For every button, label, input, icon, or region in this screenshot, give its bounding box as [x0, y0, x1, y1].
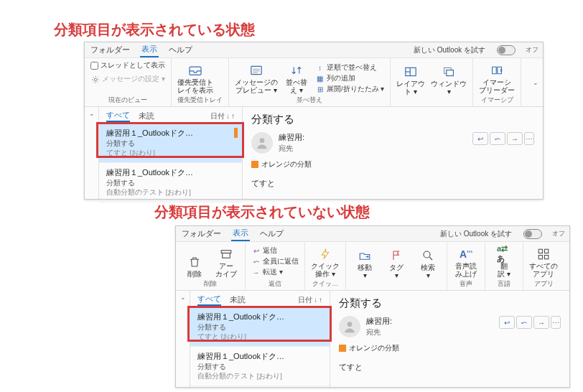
search-label: 検索 ▾	[421, 264, 435, 279]
reverse-icon: ↕	[315, 63, 325, 73]
message-title: 練習用１_Outlookドク…	[197, 351, 322, 362]
more-actions-button[interactable]: ⋯	[524, 132, 534, 145]
ribbon-group-reply: 返信	[251, 279, 299, 289]
tag-label: タグ ▾	[389, 264, 404, 279]
message-preview-button[interactable]: メッセージの プレビュー ▾	[235, 63, 278, 94]
message-item-2[interactable]: 練習用１_Outlookドク… 分類する 自動分類のテスト [おわり]	[190, 347, 330, 386]
category-chip[interactable]: オレンジの分類	[339, 343, 561, 353]
reply-label: 返信	[263, 246, 277, 256]
ribbon-group-audio: 音声	[453, 279, 479, 289]
more-actions-button[interactable]: ⋯	[551, 316, 561, 329]
svg-point-0	[94, 78, 97, 81]
reply-button[interactable]: ↩	[472, 132, 488, 145]
reply-button[interactable]: ↩	[499, 316, 515, 329]
quick-steps-button[interactable]: クイック 操作 ▾	[311, 247, 340, 278]
message-preview: 自動分類のテスト [おわり]	[197, 372, 322, 381]
message-subject: 分類する	[106, 139, 235, 149]
add-column-icon: ▦	[315, 74, 325, 83]
sender-name: 練習用:	[279, 132, 304, 143]
thread-view-checkbox[interactable]: スレッドとして表示	[90, 61, 165, 70]
read-aloud-button[interactable]: A››› 音声読 み上げ	[453, 247, 479, 278]
reading-subject: 分類する	[339, 297, 561, 310]
ribbon-group-apps: アプリ	[529, 279, 558, 289]
recipient-label: 宛先	[366, 327, 392, 337]
reply-all-icon: ⤺	[251, 257, 261, 266]
tab-view[interactable]: 表示	[231, 226, 250, 241]
ribbon-view: スレッドとして表示 メッセージの設定 ▾ 現在のビュー 優先受信ト レイを表示	[85, 58, 543, 107]
ribbon-group-immersive: イマーシブ	[479, 95, 515, 105]
ribbon-home: 削除 アー カイブ 削除 ↩返信 ⤺全員に返信 →転送 ▾ 返信	[176, 242, 569, 291]
apps-icon	[536, 247, 551, 261]
priority-inbox-button[interactable]: 優先受信ト レイを表示	[177, 63, 213, 94]
ribbon-collapse-button[interactable]: ⌄	[533, 79, 538, 86]
category-indicator	[234, 128, 238, 138]
message-item-1[interactable]: 練習用１_Outlookドク… 分類する てすと [おわり]	[190, 307, 330, 347]
search-button[interactable]: 検索 ▾	[415, 248, 441, 279]
try-new-outlook-toggle[interactable]	[523, 229, 542, 239]
delete-button[interactable]: 削除	[182, 255, 207, 278]
reply-all-button-small[interactable]: ⤺全員に返信	[251, 257, 299, 266]
reading-pane: 分類する 練習用: 宛先 ↩ ⤺ → ⋯ オレンジの分類 てすと	[243, 107, 543, 199]
filter-unread[interactable]: 未読	[139, 111, 154, 121]
translate-icon: a⇄あ	[497, 247, 511, 261]
expand-collapse-button[interactable]: ⊞ 展開/折りたたみ ▾	[315, 85, 384, 94]
message-item-2[interactable]: 練習用１_Outlookドク… 分類する 自動分類のテスト [おわり]	[99, 163, 242, 202]
ribbon-group-language: 言語	[491, 279, 517, 289]
tab-help[interactable]: ヘルプ	[167, 43, 194, 57]
delete-label: 削除	[187, 271, 202, 278]
forward-button[interactable]: →	[507, 132, 523, 145]
window-button[interactable]: ウィンドウ ▾	[431, 65, 467, 95]
immersive-reader-button[interactable]: イマーシ ブリーダー	[479, 63, 515, 94]
all-apps-button[interactable]: すべての アプリ	[529, 247, 558, 278]
ribbon-group-delete: 削除	[182, 279, 239, 289]
sort-by-date[interactable]: 日付↓↑	[210, 111, 235, 121]
outlook-window-view-ribbon: フォルダー 表示 ヘルプ 新しい Outlook を試す オフ スレッドとして表…	[84, 42, 544, 200]
reverse-sort-label: 逆順で並べ替え	[327, 63, 377, 73]
ribbon-group-sort: 並べ替え	[235, 95, 384, 105]
reverse-sort-button[interactable]: ↕ 逆順で並べ替え	[315, 63, 384, 73]
svg-rect-17	[538, 256, 542, 259]
message-title: 練習用１_Outlookドク…	[106, 128, 235, 139]
tab-folder[interactable]: フォルダー	[89, 43, 131, 57]
filter-all[interactable]: すべて	[197, 294, 221, 306]
try-new-outlook-toggle[interactable]	[497, 45, 516, 55]
folder-pane-collapsed[interactable]: ⌄	[85, 107, 99, 199]
recipient-label: 宛先	[279, 144, 304, 154]
message-body: てすと	[339, 362, 561, 373]
tag-button[interactable]: タグ ▾	[383, 248, 409, 279]
sort-by-date[interactable]: 日付↓↑	[298, 295, 322, 305]
tab-folder[interactable]: フォルダー	[180, 227, 223, 241]
window-icon	[442, 65, 456, 79]
archive-icon	[219, 247, 233, 261]
archive-button[interactable]: アー カイブ	[213, 247, 239, 278]
reply-all-button[interactable]: ⤺	[490, 132, 505, 145]
add-columns-button[interactable]: ▦ 列の追加	[315, 74, 384, 83]
layout-button[interactable]: レイアウ ト ▾	[396, 65, 425, 95]
sort-label: 並べ替 え ▾	[286, 79, 307, 94]
trash-icon	[187, 255, 202, 269]
category-swatch	[251, 161, 258, 168]
window-label: ウィンドウ ▾	[431, 80, 467, 95]
move-button[interactable]: 移動 ▾	[352, 248, 378, 279]
reply-all-button[interactable]: ⤺	[516, 316, 532, 329]
forward-button-small[interactable]: →転送 ▾	[251, 268, 299, 277]
reply-button-small[interactable]: ↩返信	[251, 246, 299, 256]
lightning-icon	[318, 247, 332, 261]
message-subject: 分類する	[197, 322, 322, 332]
forward-button[interactable]: →	[533, 316, 549, 329]
preview-icon	[249, 63, 263, 78]
filter-all[interactable]: すべて	[106, 110, 130, 122]
tab-help[interactable]: ヘルプ	[258, 227, 285, 241]
category-chip[interactable]: オレンジの分類	[251, 159, 534, 169]
filter-unread[interactable]: 未読	[230, 294, 246, 305]
message-settings-button[interactable]: メッセージの設定 ▾	[90, 75, 165, 84]
tab-view[interactable]: 表示	[140, 42, 159, 57]
titlebar: フォルダー 表示 ヘルプ 新しい Outlook を試す オフ	[176, 226, 569, 242]
message-item-1[interactable]: 練習用１_Outlookドク… 分類する てすと [おわり]	[99, 123, 242, 163]
sort-button[interactable]: 並べ替 え ▾	[284, 63, 309, 94]
folder-pane-collapsed[interactable]: ⌄	[176, 291, 190, 387]
message-preview-label: メッセージの プレビュー ▾	[235, 79, 278, 94]
message-body: てすと	[251, 178, 534, 189]
message-preview: てすと [おわり]	[106, 149, 235, 158]
translate-button[interactable]: a⇄あ 翻 訳 ▾	[491, 247, 517, 278]
